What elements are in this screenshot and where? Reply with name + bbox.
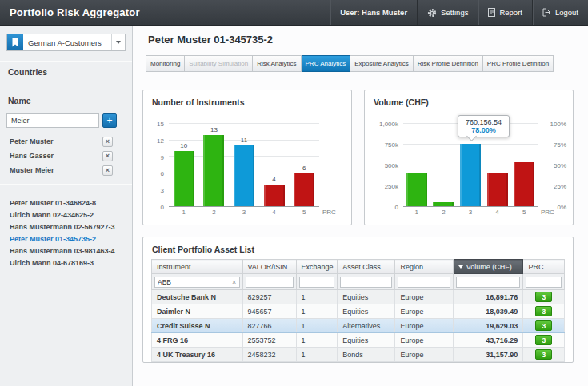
asset-list-title: Client Portfolio Asset List — [143, 237, 573, 257]
client-list-item[interactable]: Peter Muster 01-346824-8 — [0, 197, 132, 209]
x-tick-label: 4 — [264, 209, 285, 216]
filter-input-volume-chf[interactable] — [457, 277, 520, 287]
bar-prc-5[interactable] — [294, 173, 314, 206]
settings-label: Settings — [441, 8, 468, 17]
bar-tooltip: 760,156.5478.00% — [458, 115, 510, 137]
name-filter-label: Muster Meier — [10, 166, 54, 174]
y-tick-label: 500k — [370, 162, 398, 169]
region-cell: Europe — [395, 290, 453, 304]
instrument-cell: 4 UK Treasury 16 — [152, 348, 243, 362]
prc-cell: 3 — [523, 333, 565, 348]
client-list-item[interactable]: Hans Mustermann 03-981463-4 — [0, 245, 132, 257]
column-header-instrument[interactable]: Instrument — [152, 260, 243, 274]
filter-input-instrument[interactable] — [155, 277, 230, 287]
tab-risk-analytics[interactable]: Risk Analytics — [253, 55, 301, 72]
bar-prc-1[interactable] — [174, 151, 194, 206]
tab-exposure-analytics[interactable]: Exposure Analytics — [350, 55, 414, 72]
y-tick-label-right: 75% — [539, 141, 566, 149]
table-body: Deutsche Bank N8292571EquitiesEurope16,8… — [152, 290, 565, 362]
bar-prc-3[interactable] — [460, 144, 481, 206]
filter-cell-region — [395, 274, 453, 290]
top-bar-actions: User: Hans Muster Settings Report Logout — [330, 0, 588, 25]
table-row[interactable]: Credit Suisse N8277661AlternativesEurope… — [152, 319, 565, 333]
bar-prc-1[interactable] — [406, 173, 427, 206]
add-name-button[interactable]: + — [102, 113, 117, 128]
valor-isin-cell: 829257 — [242, 290, 296, 304]
client-list-item[interactable]: Ulrich Mann 04-678169-3 — [0, 257, 132, 269]
page-title: Peter Muster 01-345735-2 — [148, 34, 273, 46]
volume-cell: 18,039.49 — [453, 304, 523, 319]
tab-monitoring[interactable]: Monitoring — [146, 55, 185, 72]
filter-input-prc[interactable] — [526, 277, 561, 287]
logout-button[interactable]: Logout — [532, 0, 588, 25]
volume-cell: 16,891.76 — [453, 290, 523, 304]
x-tick-label: 1 — [174, 209, 194, 216]
user-info: User: Hans Muster — [330, 0, 417, 25]
bar-value-label: 4 — [264, 176, 285, 183]
table-row[interactable]: Deutsche Bank N8292571EquitiesEurope16,8… — [152, 290, 565, 304]
user-label: User: Hans Muster — [340, 8, 407, 17]
filter-input-asset-class[interactable] — [341, 277, 391, 287]
asset-class-cell: Equities — [338, 333, 395, 348]
instruments-panel-title: Number of Instruments — [143, 90, 351, 110]
settings-button[interactable]: Settings — [417, 0, 478, 25]
logout-label: Logout — [555, 8, 578, 17]
table-row[interactable]: 4 UK Treasury 1624582321BondsEurope31,15… — [152, 348, 565, 362]
client-list-item[interactable]: Hans Mustermann 02-567927-3 — [0, 221, 132, 233]
filter-box — [340, 277, 392, 288]
table-row[interactable]: 4 FRG 1625537521EquitiesEurope43,716.293 — [152, 333, 565, 348]
prc-cell: 3 — [523, 290, 565, 304]
prc-badge: 3 — [535, 335, 552, 345]
instrument-cell: Credit Suisse N — [152, 319, 243, 333]
tab-prc-analytics[interactable]: PRC Analytics — [302, 55, 351, 72]
client-list-item[interactable]: Ulrich Mann 02-434625-2 — [0, 209, 132, 221]
bar-prc-2[interactable] — [433, 202, 454, 206]
tab-prc-profile-definition[interactable]: PRC Profile Definition — [483, 55, 554, 72]
y-tick-label: 9 — [148, 153, 164, 161]
column-header-region[interactable]: Region — [395, 260, 453, 274]
report-button[interactable]: Report — [478, 0, 532, 25]
bar-prc-4[interactable] — [487, 173, 508, 206]
bar-prc-2[interactable] — [203, 135, 224, 206]
client-list-item[interactable]: Peter Muster 01-345735-2 — [0, 233, 132, 245]
asset-class-cell: Equities — [338, 290, 395, 304]
instrument-cell: Deutsche Bank N — [152, 290, 243, 304]
remove-filter-button[interactable]: × — [102, 151, 113, 161]
tab-risk-profile-definition[interactable]: Risk Profile Definition — [414, 55, 483, 72]
prc-badge: 3 — [535, 349, 552, 360]
column-header-volume-chf[interactable]: Volume (CHF) — [453, 260, 523, 274]
report-icon — [488, 8, 495, 17]
bar-prc-3[interactable] — [234, 145, 254, 206]
remove-filter-button[interactable]: × — [102, 137, 113, 147]
asset-class-cell: Bonds — [338, 348, 395, 362]
clear-filter-icon[interactable]: × — [230, 277, 239, 287]
x-tick-label: 1 — [406, 209, 427, 216]
column-header-exchange[interactable]: Exchange — [296, 260, 338, 274]
bar-prc-4[interactable] — [264, 185, 285, 206]
filter-cell-instrument: × — [152, 274, 243, 290]
column-header-valor-isin[interactable]: VALOR/ISIN — [242, 260, 296, 274]
filter-input-region[interactable] — [398, 277, 449, 287]
name-filter-item: Peter Muster× — [0, 134, 132, 149]
volume-cell: 31,157.90 — [453, 348, 523, 362]
bar-prc-5[interactable] — [514, 162, 534, 206]
column-label: VALOR/ISIN — [248, 263, 288, 271]
volume-panel-title: Volume (CHF) — [365, 90, 573, 110]
x-tick-label: 5 — [294, 209, 314, 216]
column-header-asset-class[interactable]: Asset Class — [338, 260, 395, 274]
column-header-prc[interactable]: PRC — [523, 260, 565, 274]
volume-chart: 0250k500k750k1,000k 12345PRC760,156.5478… — [370, 114, 568, 220]
remove-filter-button[interactable]: × — [102, 165, 113, 176]
report-label: Report — [499, 8, 522, 17]
filter-cell-prc — [523, 274, 565, 290]
table-row[interactable]: Daimler N9456571EquitiesEurope18,039.493 — [152, 304, 565, 319]
customer-group-select[interactable]: German A-Customers — [6, 34, 126, 51]
filter-input-valor-isin[interactable] — [246, 277, 293, 287]
countries-section-header[interactable]: Countries — [0, 62, 132, 82]
region-cell: Europe — [395, 333, 453, 348]
customer-group-label: German A-Customers — [23, 38, 111, 47]
column-label: Region — [400, 263, 423, 271]
filter-cell-exchange — [296, 274, 338, 290]
filter-input-exchange[interactable] — [300, 277, 334, 287]
name-filter-input[interactable] — [6, 113, 99, 128]
